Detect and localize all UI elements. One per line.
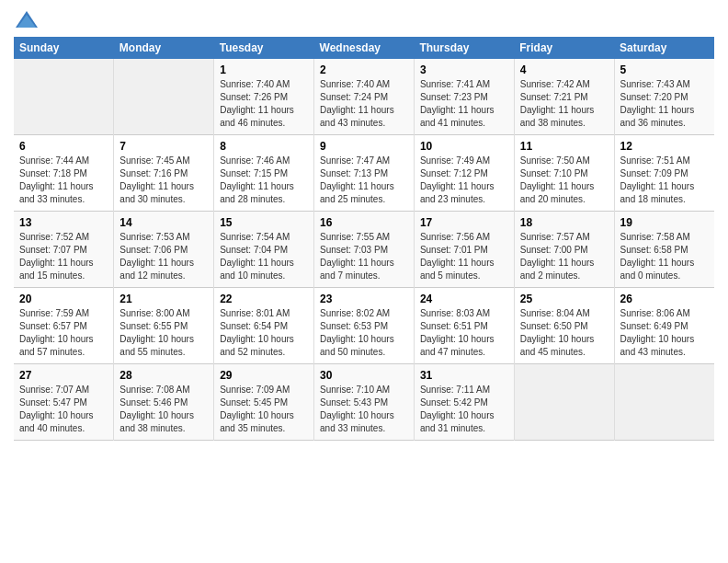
calendar-cell: 23Sunrise: 8:02 AMSunset: 6:53 PMDayligh… (314, 288, 415, 364)
calendar-cell: 26Sunrise: 8:06 AMSunset: 6:49 PMDayligh… (614, 288, 714, 364)
day-info: Sunrise: 8:02 AMSunset: 6:53 PMDaylight:… (320, 307, 408, 359)
calendar-cell: 1Sunrise: 7:40 AMSunset: 7:26 PMDaylight… (214, 59, 314, 135)
day-info: Sunrise: 7:58 AMSunset: 6:58 PMDaylight:… (620, 231, 709, 282)
day-info: Sunrise: 7:56 AMSunset: 7:01 PMDaylight:… (420, 231, 508, 282)
calendar-cell (614, 364, 714, 441)
calendar-cell: 15Sunrise: 7:54 AMSunset: 7:04 PMDayligh… (214, 212, 314, 288)
calendar-cell (514, 364, 614, 441)
calendar-cell: 18Sunrise: 7:57 AMSunset: 7:00 PMDayligh… (514, 212, 614, 288)
calendar-cell: 21Sunrise: 8:00 AMSunset: 6:55 PMDayligh… (114, 288, 214, 364)
day-number: 14 (119, 216, 208, 229)
day-number: 13 (19, 216, 108, 229)
day-number: 25 (520, 293, 609, 305)
day-number: 3 (420, 63, 508, 76)
day-info: Sunrise: 8:01 AMSunset: 6:54 PMDaylight:… (220, 307, 308, 359)
day-number: 16 (320, 216, 408, 229)
day-number: 6 (19, 140, 108, 153)
day-info: Sunrise: 7:49 AMSunset: 7:12 PMDaylight:… (420, 155, 508, 206)
weekday-header: Sunday (14, 37, 114, 59)
calendar-cell: 22Sunrise: 8:01 AMSunset: 6:54 PMDayligh… (214, 288, 314, 364)
day-info: Sunrise: 8:00 AMSunset: 6:55 PMDaylight:… (119, 307, 208, 359)
calendar-cell: 4Sunrise: 7:42 AMSunset: 7:21 PMDaylight… (514, 59, 614, 135)
calendar-cell: 31Sunrise: 7:11 AMSunset: 5:42 PMDayligh… (414, 364, 514, 441)
calendar-cell: 2Sunrise: 7:40 AMSunset: 7:24 PMDaylight… (314, 59, 415, 135)
day-number: 29 (220, 369, 308, 382)
day-number: 24 (420, 293, 508, 305)
calendar-cell: 19Sunrise: 7:58 AMSunset: 6:58 PMDayligh… (614, 212, 714, 288)
day-info: Sunrise: 7:55 AMSunset: 7:03 PMDaylight:… (320, 231, 408, 282)
day-number: 10 (420, 140, 508, 153)
day-info: Sunrise: 7:59 AMSunset: 6:57 PMDaylight:… (19, 307, 108, 359)
calendar-cell: 5Sunrise: 7:43 AMSunset: 7:20 PMDaylight… (614, 59, 714, 135)
day-info: Sunrise: 7:57 AMSunset: 7:00 PMDaylight:… (520, 231, 609, 282)
day-info: Sunrise: 7:40 AMSunset: 7:24 PMDaylight:… (320, 78, 408, 130)
day-number: 4 (520, 63, 609, 76)
calendar-cell: 24Sunrise: 8:03 AMSunset: 6:51 PMDayligh… (414, 288, 514, 364)
day-info: Sunrise: 7:54 AMSunset: 7:04 PMDaylight:… (220, 231, 308, 282)
day-number: 5 (620, 63, 709, 76)
day-info: Sunrise: 7:08 AMSunset: 5:46 PMDaylight:… (119, 384, 208, 435)
day-info: Sunrise: 7:40 AMSunset: 7:26 PMDaylight:… (220, 78, 308, 130)
day-number: 11 (520, 140, 609, 153)
weekday-header: Thursday (414, 37, 514, 59)
day-number: 19 (620, 216, 709, 229)
day-info: Sunrise: 7:52 AMSunset: 7:07 PMDaylight:… (19, 231, 108, 282)
calendar-cell: 12Sunrise: 7:51 AMSunset: 7:09 PMDayligh… (614, 135, 714, 212)
day-number: 20 (19, 293, 108, 305)
day-info: Sunrise: 7:51 AMSunset: 7:09 PMDaylight:… (620, 155, 709, 206)
day-number: 22 (220, 293, 308, 305)
calendar-week-row: 13Sunrise: 7:52 AMSunset: 7:07 PMDayligh… (14, 212, 714, 288)
day-number: 30 (320, 369, 408, 382)
day-info: Sunrise: 7:10 AMSunset: 5:43 PMDaylight:… (320, 384, 408, 435)
day-number: 1 (220, 63, 308, 76)
day-info: Sunrise: 7:44 AMSunset: 7:18 PMDaylight:… (19, 155, 108, 206)
day-info: Sunrise: 7:43 AMSunset: 7:20 PMDaylight:… (620, 78, 709, 130)
calendar-cell: 13Sunrise: 7:52 AMSunset: 7:07 PMDayligh… (14, 212, 114, 288)
day-number: 26 (620, 293, 709, 305)
calendar-cell: 14Sunrise: 7:53 AMSunset: 7:06 PMDayligh… (114, 212, 214, 288)
calendar-cell: 30Sunrise: 7:10 AMSunset: 5:43 PMDayligh… (314, 364, 415, 441)
weekday-header-row: SundayMondayTuesdayWednesdayThursdayFrid… (14, 37, 714, 59)
calendar-cell: 28Sunrise: 7:08 AMSunset: 5:46 PMDayligh… (114, 364, 214, 441)
day-number: 12 (620, 140, 709, 153)
day-number: 18 (520, 216, 609, 229)
calendar-week-row: 6Sunrise: 7:44 AMSunset: 7:18 PMDaylight… (14, 135, 714, 212)
day-number: 27 (19, 369, 108, 382)
weekday-header: Friday (514, 37, 614, 59)
day-info: Sunrise: 7:09 AMSunset: 5:45 PMDaylight:… (220, 384, 308, 435)
day-number: 17 (420, 216, 508, 229)
day-info: Sunrise: 7:45 AMSunset: 7:16 PMDaylight:… (119, 155, 208, 206)
weekday-header: Wednesday (314, 37, 415, 59)
calendar-cell: 11Sunrise: 7:50 AMSunset: 7:10 PMDayligh… (514, 135, 614, 212)
calendar-cell (114, 59, 214, 135)
day-info: Sunrise: 7:07 AMSunset: 5:47 PMDaylight:… (19, 384, 108, 435)
calendar-cell: 8Sunrise: 7:46 AMSunset: 7:15 PMDaylight… (214, 135, 314, 212)
calendar-cell: 7Sunrise: 7:45 AMSunset: 7:16 PMDaylight… (114, 135, 214, 212)
day-info: Sunrise: 8:03 AMSunset: 6:51 PMDaylight:… (420, 307, 508, 359)
calendar-table: SundayMondayTuesdayWednesdayThursdayFrid… (14, 37, 714, 441)
calendar-cell: 20Sunrise: 7:59 AMSunset: 6:57 PMDayligh… (14, 288, 114, 364)
day-number: 21 (119, 293, 208, 305)
day-info: Sunrise: 7:47 AMSunset: 7:13 PMDaylight:… (320, 155, 408, 206)
day-number: 8 (220, 140, 308, 153)
logo (14, 9, 43, 29)
day-info: Sunrise: 7:53 AMSunset: 7:06 PMDaylight:… (119, 231, 208, 282)
weekday-header: Monday (114, 37, 214, 59)
calendar-cell: 9Sunrise: 7:47 AMSunset: 7:13 PMDaylight… (314, 135, 415, 212)
logo-icon (14, 9, 40, 29)
day-info: Sunrise: 8:04 AMSunset: 6:50 PMDaylight:… (520, 307, 609, 359)
calendar-cell: 29Sunrise: 7:09 AMSunset: 5:45 PMDayligh… (214, 364, 314, 441)
weekday-header: Tuesday (214, 37, 314, 59)
calendar-cell: 17Sunrise: 7:56 AMSunset: 7:01 PMDayligh… (414, 212, 514, 288)
day-number: 7 (119, 140, 208, 153)
calendar-cell: 3Sunrise: 7:41 AMSunset: 7:23 PMDaylight… (414, 59, 514, 135)
calendar-week-row: 20Sunrise: 7:59 AMSunset: 6:57 PMDayligh… (14, 288, 714, 364)
day-number: 2 (320, 63, 408, 76)
day-info: Sunrise: 7:11 AMSunset: 5:42 PMDaylight:… (420, 384, 508, 435)
calendar-week-row: 27Sunrise: 7:07 AMSunset: 5:47 PMDayligh… (14, 364, 714, 441)
day-info: Sunrise: 8:06 AMSunset: 6:49 PMDaylight:… (620, 307, 709, 359)
calendar-cell: 27Sunrise: 7:07 AMSunset: 5:47 PMDayligh… (14, 364, 114, 441)
day-number: 23 (320, 293, 408, 305)
calendar-cell: 16Sunrise: 7:55 AMSunset: 7:03 PMDayligh… (314, 212, 415, 288)
calendar-cell (14, 59, 114, 135)
